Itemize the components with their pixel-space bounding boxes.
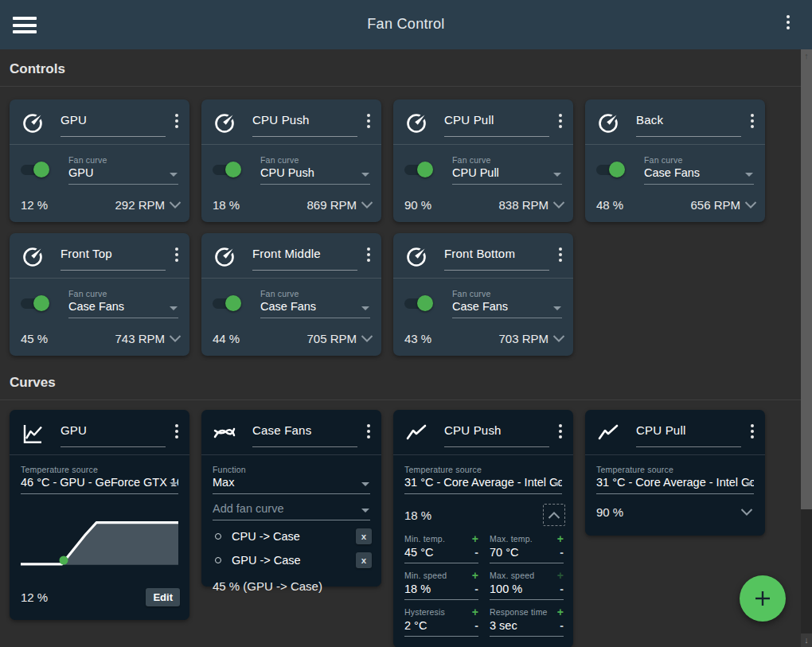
collapse-params-button[interactable] (543, 504, 565, 526)
fan-curve-select[interactable]: Fan curve GPU (68, 155, 178, 185)
fan-speed-percent: 18 % (213, 198, 240, 212)
mix-member-row: GPU -> Case x (201, 544, 381, 568)
app-overflow-menu-icon[interactable] (783, 14, 793, 31)
curve-name-field[interactable]: Case Fans (252, 420, 357, 447)
increment-button[interactable]: + (472, 535, 478, 543)
param-max-speed[interactable]: Max. speed + 100 % - (490, 571, 564, 600)
toggle-knob (33, 162, 49, 177)
param-response-time[interactable]: Response time + 3 sec - (490, 607, 564, 637)
fan-name-field[interactable]: Back (636, 110, 741, 137)
fan-name-field[interactable]: Front Bottom (444, 244, 549, 271)
param-hysteresis[interactable]: Hysteresis + 2 °C - (404, 607, 478, 637)
kebab-menu-icon[interactable] (364, 246, 373, 263)
param-min-temp[interactable]: Min. temp. + 45 °C - (404, 534, 478, 563)
kebab-menu-icon[interactable] (556, 423, 565, 440)
mix-member-name: CPU -> Case (232, 530, 356, 543)
fan-card-cpu-pull: CPU Pull Fan curve CPU Pull 90 % 838 RPM (393, 99, 573, 222)
fan-curve-label: Fan curve (260, 289, 370, 298)
kebab-menu-icon[interactable] (748, 112, 757, 130)
add-button[interactable] (740, 575, 786, 622)
fan-curve-select[interactable]: Fan curve Case Fans (260, 289, 370, 318)
scrollbar-thumb[interactable] (801, 49, 812, 509)
temperature-source-value: 31 °C - Core Average - Intel Core (404, 476, 562, 489)
remove-member-button[interactable]: x (356, 552, 372, 568)
edit-curve-button[interactable]: Edit (146, 588, 180, 606)
fan-curve-label: Fan curve (644, 155, 754, 165)
kebab-menu-icon[interactable] (556, 112, 565, 130)
rpm-expander[interactable]: 869 RPM (306, 198, 373, 212)
fan-curve-select[interactable]: Fan curve Case Fans (68, 289, 178, 318)
rpm-expander[interactable]: 656 RPM (690, 198, 757, 212)
fan-name-field[interactable]: Front Middle (252, 244, 357, 271)
rpm-expander[interactable]: 838 RPM (498, 198, 565, 212)
graph-curve-icon (21, 422, 45, 446)
fan-curve-select[interactable]: Fan curve Case Fans (452, 289, 562, 318)
fan-enable-toggle[interactable] (596, 165, 623, 175)
kebab-menu-icon[interactable] (556, 246, 565, 263)
kebab-menu-icon[interactable] (172, 112, 182, 130)
fan-enable-toggle[interactable] (404, 165, 431, 175)
fan-card-back: Back Fan curve Case Fans 48 % 656 RPM (585, 99, 765, 222)
fan-curve-select[interactable]: Fan curve Case Fans (644, 155, 754, 185)
param-max-temp[interactable]: Max. temp. + 70 °C - (490, 534, 564, 563)
temperature-source-select[interactable]: Temperature source 31 °C - Core Average … (596, 465, 754, 494)
kebab-menu-icon[interactable] (172, 246, 182, 263)
fan-enable-toggle[interactable] (213, 165, 239, 175)
fan-enable-toggle[interactable] (21, 165, 47, 175)
curve-output-percent: 12 % (21, 590, 48, 604)
fan-gauge-icon (21, 245, 45, 269)
linear-curve-icon (596, 422, 620, 446)
kebab-menu-icon[interactable] (364, 423, 373, 440)
increment-button[interactable]: + (472, 608, 478, 616)
add-fan-curve-placeholder: Add fan curve (213, 502, 370, 515)
decrement-button[interactable]: - (474, 585, 478, 593)
decrement-button[interactable]: - (560, 548, 564, 556)
temperature-source-select[interactable]: Temperature source 31 °C - Core Average … (404, 465, 562, 494)
increment-button[interactable]: + (557, 608, 564, 616)
rpm-expander[interactable]: 292 RPM (115, 198, 182, 212)
decrement-button[interactable]: - (560, 585, 564, 593)
dropdown-caret-icon (745, 173, 753, 177)
rpm-expander[interactable]: 705 RPM (306, 332, 373, 345)
fan-card-front-bottom: Front Bottom Fan curve Case Fans 43 % 70… (393, 233, 573, 356)
increment-button[interactable]: + (557, 535, 564, 543)
fan-enable-toggle[interactable] (213, 298, 239, 309)
fan-curve-select[interactable]: Fan curve CPU Pull (452, 155, 562, 185)
fan-curve-value: Case Fans (452, 300, 562, 313)
decrement-button[interactable]: - (474, 548, 478, 556)
temperature-source-select[interactable]: Temperature source 46 °C - GPU - GeForce… (21, 465, 178, 494)
fan-enable-toggle[interactable] (21, 298, 47, 309)
param-min-speed[interactable]: Min. speed + 18 % - (404, 571, 478, 600)
increment-button[interactable]: + (557, 571, 564, 579)
remove-member-button[interactable]: x (356, 528, 372, 544)
curve-name-field[interactable]: CPU Push (444, 420, 549, 447)
increment-button[interactable]: + (472, 571, 478, 579)
rpm-expander[interactable]: 703 RPM (498, 332, 565, 345)
scroll-up-arrow-icon[interactable]: ↑ (801, 50, 812, 62)
chevron-down-icon (552, 201, 565, 209)
add-fan-curve-select[interactable]: Add fan curve (213, 502, 370, 520)
dropdown-caret-icon (361, 306, 369, 310)
vertical-scrollbar[interactable]: ↑ ↓ (801, 49, 812, 647)
temperature-source-value: 31 °C - Core Average - Intel Core (596, 476, 754, 489)
fan-name-field[interactable]: CPU Push (252, 110, 357, 137)
fan-curve-select[interactable]: Fan curve CPU Push (260, 155, 370, 185)
fan-name-field[interactable]: GPU (61, 110, 166, 137)
kebab-menu-icon[interactable] (364, 112, 373, 130)
curve-name-field[interactable]: CPU Pull (636, 420, 741, 447)
fan-enable-toggle[interactable] (404, 298, 431, 309)
expand-params-button[interactable] (736, 501, 757, 522)
gpu-curve-chart[interactable] (21, 506, 178, 578)
kebab-menu-icon[interactable] (172, 423, 182, 440)
mix-output-status: 45 % (GPU -> Case) (201, 568, 381, 604)
decrement-button[interactable]: - (474, 622, 478, 629)
function-select[interactable]: Function Max (213, 465, 370, 494)
fan-name-field[interactable]: CPU Pull (444, 110, 549, 137)
curve-name-field[interactable]: GPU (61, 420, 166, 447)
rpm-expander[interactable]: 743 RPM (115, 332, 182, 345)
fan-name-field[interactable]: Front Top (61, 244, 166, 271)
kebab-menu-icon[interactable] (748, 423, 757, 440)
curve-point-dot[interactable] (60, 556, 68, 565)
decrement-button[interactable]: - (560, 622, 564, 629)
scroll-down-arrow-icon[interactable]: ↓ (801, 633, 812, 647)
